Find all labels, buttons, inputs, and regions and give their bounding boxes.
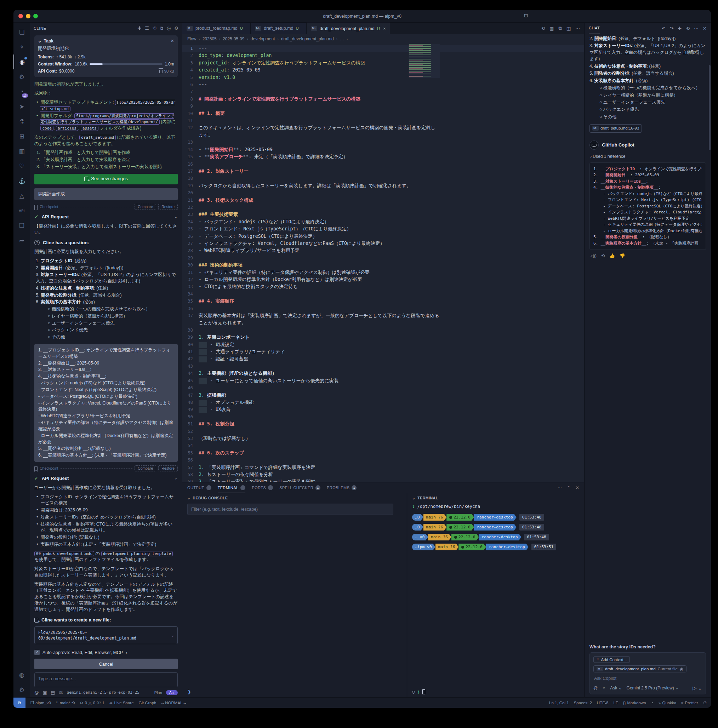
account-icon[interactable]: ◎ <box>167 26 171 31</box>
trash-icon[interactable] <box>159 70 162 73</box>
api-request-row[interactable]: ✓ API Request ⌄ <box>34 213 178 220</box>
auto-approve-row[interactable]: ✓ Auto-approve: Read, Edit, Browser, MCP… <box>34 650 178 655</box>
remote-indicator[interactable]: ⧉ <box>14 697 26 708</box>
git-branch[interactable]: ⑂ main* ⟲ <box>56 700 75 705</box>
problems-summary[interactable]: ⊘ 0 △ 0 ⓘ 1 <box>80 700 104 705</box>
user-message[interactable]: 1. __プロジェクトID__: オンラインで定性調査を行うプラットフォームサー… <box>34 344 178 462</box>
cancel-button[interactable]: Cancel <box>34 659 178 669</box>
minimap[interactable] <box>409 44 440 78</box>
history-icon[interactable]: ⟲ <box>153 26 156 31</box>
model-selector[interactable]: gemini:gemini-2.5-pro-exp-03-25 <box>67 690 150 695</box>
breadcrumb-item[interactable]: 202505 <box>202 37 217 41</box>
activity-bar-item[interactable]: ◉ <box>14 55 30 69</box>
panel-tab[interactable]: PORTS <box>252 482 273 493</box>
git-graph-button[interactable]: Git Graph <box>139 701 156 705</box>
close-task-icon[interactable]: ✕ <box>171 38 174 44</box>
cursor-position[interactable]: Ln 1, Col 1 <box>549 701 569 705</box>
rules-icon[interactable]: ⚖ <box>59 690 63 695</box>
chat-header-icon[interactable]: ↶ <box>661 26 665 31</box>
task-size[interactable]: 90 kB <box>159 69 174 74</box>
panel-action-icon[interactable]: ⋯ <box>557 485 562 490</box>
chat-tab[interactable]: CHAT <box>589 23 600 34</box>
quokka-button[interactable]: ⌁ Quokka <box>658 700 677 705</box>
editor-action-icon[interactable]: ⋯ <box>575 26 580 31</box>
screen-share-icon[interactable]: ⊡ <box>524 13 528 18</box>
activity-bar-item[interactable]: ⚙ <box>14 69 30 84</box>
message-input[interactable]: Type a message... <box>34 673 178 687</box>
panel-tab[interactable]: OUTPUT <box>187 482 211 493</box>
project-name[interactable]: ❒ aipm_v0 <box>31 700 51 705</box>
editor-tab[interactable]: M↓ draft_development_plan.md U × <box>306 23 390 34</box>
thumbs-up-icon[interactable]: 👍 <box>609 253 615 259</box>
activity-bar-item[interactable]: ⊞ <box>14 129 30 144</box>
terminal-cursor-line[interactable]: ○ ❯ <box>412 689 581 694</box>
account-icon[interactable]: ◍ <box>14 667 30 682</box>
thumbs-down-icon[interactable]: 👎 <box>620 253 625 259</box>
used-references[interactable]: › Used 1 reference <box>590 153 706 160</box>
suggested-question[interactable]: What are the story IDs needed? <box>589 644 706 649</box>
breadcrumb-item[interactable]: Flow <box>187 37 196 41</box>
mention-icon[interactable]: @ <box>593 685 598 690</box>
copilot-status-icon[interactable]: ◔ <box>651 701 654 705</box>
model-dropdown[interactable]: Gemini 2.5 Pro (Preview) ⌄ <box>627 685 679 690</box>
mcp-server-icon[interactable]: ▤ <box>51 690 55 695</box>
scrollbar-thumb[interactable] <box>709 65 710 150</box>
indentation[interactable]: Spaces: 2 <box>574 701 592 705</box>
chat-header-icon[interactable]: ⟲ <box>686 26 690 31</box>
see-new-changes-button[interactable]: See new changes <box>34 174 178 184</box>
settings-gear-icon[interactable]: ⚙ <box>14 682 30 697</box>
plan-mode-toggle[interactable]: Plan <box>155 690 162 695</box>
reference-chip[interactable]: M↓ draft_setup.md:16-93 <box>589 124 642 132</box>
editor-action-icon[interactable]: ⟲ <box>541 26 545 31</box>
activity-bar-item[interactable]: ⚗ <box>14 114 30 129</box>
activity-bar-item[interactable]: ◔ 13 <box>14 84 30 99</box>
chat-header-icon[interactable]: ↷ <box>669 26 674 31</box>
live-share-button[interactable]: ➦ Live Share <box>109 700 134 705</box>
close-tab-icon[interactable]: × <box>383 26 386 31</box>
compare-button[interactable]: Compare <box>135 465 156 471</box>
panel-tab[interactable]: SPELL CHECKER 1 <box>279 482 320 493</box>
terminal-header[interactable]: ⌄ TERMINAL <box>412 494 581 502</box>
activity-bar-item[interactable]: API <box>14 203 30 218</box>
chat-messages[interactable]: 2. 開発開始日: (必須、デフォルト: {{today}}) 3. 対象ストー… <box>585 34 711 644</box>
checkbox-checked-icon[interactable]: ✓ <box>34 650 40 655</box>
user-message[interactable]: 開発計画作成 <box>34 188 178 201</box>
task-list-icon[interactable]: ☰ <box>145 26 149 31</box>
terminal-pane[interactable]: ⌄ TERMINAL ❯ /opt/homebrew/bin/keycha …0 <box>407 493 584 697</box>
mention-icon[interactable]: @ <box>34 690 39 695</box>
editor-tab[interactable]: M↓ draft_setup.md U <box>251 23 306 34</box>
prettier-button[interactable]: ⪢ Prettier <box>681 700 698 705</box>
chevron-down-icon[interactable]: ⌄ <box>174 214 178 220</box>
panel-tab[interactable]: PROBLEMS 1 <box>327 482 357 493</box>
breadcrumb-item[interactable]: development <box>251 37 275 41</box>
ask-input-placeholder[interactable]: Ask Copilot <box>594 676 702 681</box>
api-request-row[interactable]: ✓ API Request ⌄ <box>34 475 178 482</box>
mic-icon[interactable]: ♆ <box>602 685 605 690</box>
panel-tab[interactable]: TERMINAL <box>218 482 246 493</box>
editor-action-icon[interactable]: ⧉ <box>558 26 562 31</box>
regenerate-icon[interactable]: ⟲ <box>601 253 605 259</box>
copilot-code-block[interactable]: 1. __プロジェクトID__: オンラインで定性調査を行うプラットフォームサー… <box>589 162 706 250</box>
compare-button[interactable]: Compare <box>135 204 156 210</box>
eol[interactable]: LF <box>613 701 618 705</box>
encoding[interactable]: UTF-8 <box>597 701 609 705</box>
language-mode[interactable]: {} Markdown <box>623 701 646 705</box>
breadcrumb-item[interactable]: 2025-05-09 <box>223 37 244 41</box>
current-file-chip[interactable]: M↓ draft_development_plan.md Current fil… <box>593 665 686 673</box>
editor-action-icon[interactable]: ▥ <box>550 26 554 31</box>
chevron-right-icon[interactable]: › <box>126 650 127 655</box>
open-in-editor-icon[interactable]: ⧉ <box>160 26 163 31</box>
chat-header-icon[interactable]: ✚ <box>678 26 681 31</box>
breadcrumb[interactable]: Flow›202505›2025-05-09›development›draft… <box>182 34 584 44</box>
activity-bar-item[interactable]: ⌖ <box>14 40 30 55</box>
cline-conversation[interactable]: ⌄ Task ✕ 開発環境初期化 Tokens: ↑ 541.8k ↓ 2.9k… <box>30 34 182 645</box>
activity-bar-item[interactable]: ▥ <box>14 144 30 159</box>
editor-content[interactable]: 1 --- 2 doc_type: development_plan 3 pro… <box>182 44 584 482</box>
send-icon[interactable]: ▷ ⌄ <box>693 685 702 691</box>
chevron-down-icon[interactable]: ⌄ <box>171 632 174 638</box>
add-context-button[interactable]: ⌗ Add Context... <box>593 656 630 663</box>
activity-bar-item[interactable]: ❒ <box>14 218 30 233</box>
editor-tab[interactable]: M↓ product_roadmap.md U <box>182 23 251 34</box>
notifications-bell-icon[interactable]: ⚆ <box>703 700 707 705</box>
debug-filter-input[interactable]: Filter (e.g. text, !exclude, \escape) <box>187 504 393 515</box>
